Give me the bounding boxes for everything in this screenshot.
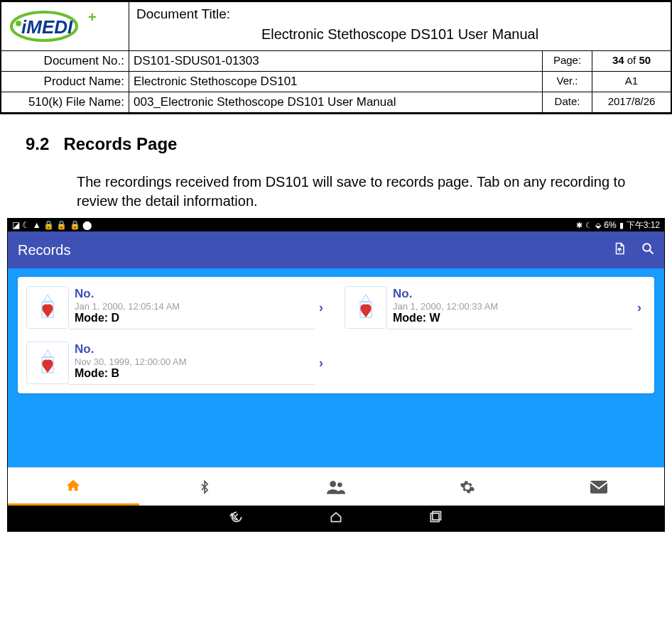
records-area: No. Jan 1, 2000, 12:05:14 AM Mode: D › N…	[8, 268, 664, 467]
app-bar: Records	[8, 231, 664, 268]
doc-title-cell: Document Title: Electronic Stethoscope D…	[129, 2, 671, 50]
docno-label: Document No.:	[1, 51, 129, 71]
date-value: 2017/8/26	[592, 92, 671, 112]
statusbar-time: 下午3:12	[627, 219, 660, 231]
record-mode: Mode: B	[75, 367, 315, 380]
record-mode: Mode: W	[393, 312, 633, 324]
product-label: Product Name:	[1, 72, 129, 92]
nav-back-icon[interactable]	[229, 510, 244, 528]
svg-point-10	[337, 482, 342, 487]
chevron-right-icon[interactable]: ›	[315, 356, 330, 371]
ver-label: Ver.:	[543, 72, 592, 92]
screenshot-wrapper: ◪ ☾ ▲ 🔒 🔒 🔒 ⬤ ✱ ☾ ⬙ 6% ▮ 下午3:12 Records	[0, 218, 672, 539]
bluetooth-icon: ✱	[576, 221, 582, 230]
svg-text:iMEDI: iMEDI	[21, 16, 73, 38]
appbar-title: Records	[18, 242, 70, 258]
document-page: iMEDI + Document Title: Electronic Steth…	[0, 0, 672, 114]
record-thumbnail	[26, 286, 69, 329]
docno-row: Document No.: DS101-SDUS01-01303 Page: 3…	[1, 51, 671, 72]
record-date: Jan 1, 2000, 12:00:33 AM	[393, 301, 633, 312]
svg-text:+: +	[88, 9, 97, 25]
record-body: No. Jan 1, 2000, 12:00:33 AM Mode: W	[387, 285, 633, 329]
record-thumbnail	[345, 286, 387, 329]
section-title: Records Page	[63, 134, 177, 153]
record-no: No.	[75, 342, 315, 356]
section-number: 9.2	[26, 134, 49, 153]
record-mode: Mode: D	[75, 312, 315, 324]
record-body: No. Nov 30, 1999, 12:00:00 AM Mode: B	[69, 341, 315, 385]
header-top-row: iMEDI + Document Title: Electronic Steth…	[1, 2, 671, 51]
battery-percent: 6%	[604, 220, 616, 230]
statusbar-left-icons: ◪ ☾ ▲ 🔒 🔒 🔒 ⬤	[12, 220, 92, 230]
chevron-right-icon[interactable]: ›	[315, 300, 330, 315]
svg-point-1	[16, 21, 21, 26]
imedi-logo: iMEDI +	[9, 6, 122, 46]
page-value: 34 of 50	[592, 51, 671, 71]
bottom-tab-bar	[8, 467, 664, 506]
moon-icon: ☾	[585, 221, 592, 230]
svg-rect-11	[590, 481, 607, 493]
record-no: No.	[393, 287, 633, 301]
nav-home-icon[interactable]	[329, 510, 343, 528]
battery-icon: ▮	[619, 221, 624, 230]
tab-mail[interactable]	[533, 468, 664, 506]
appbar-actions	[613, 242, 654, 258]
tab-settings[interactable]	[401, 468, 533, 506]
doc-title: Electronic Stethoscope DS101 User Manual	[136, 26, 663, 43]
record-date: Jan 1, 2000, 12:05:14 AM	[75, 301, 315, 312]
android-statusbar: ◪ ☾ ▲ 🔒 🔒 🔒 ⬤ ✱ ☾ ⬙ 6% ▮ 下午3:12	[8, 219, 664, 231]
doc-title-label: Document Title:	[136, 6, 663, 22]
tab-bluetooth[interactable]	[139, 468, 271, 506]
search-icon[interactable]	[641, 242, 654, 258]
ver-value: A1	[592, 72, 671, 92]
file-audio-icon[interactable]	[613, 242, 626, 258]
record-thumbnail	[26, 342, 69, 384]
record-body: No. Jan 1, 2000, 12:05:14 AM Mode: D	[69, 285, 315, 329]
section-body: The recordings received from DS101 will …	[26, 173, 646, 211]
section-heading: 9.2Records Page	[26, 134, 646, 154]
android-nav-bar	[8, 506, 664, 531]
app-screenshot: ◪ ☾ ▲ 🔒 🔒 🔒 ⬤ ✱ ☾ ⬙ 6% ▮ 下午3:12 Records	[7, 218, 665, 532]
file-label: 510(k) File Name:	[1, 92, 129, 112]
nav-recent-icon[interactable]	[428, 510, 443, 528]
logo-cell: iMEDI +	[1, 2, 129, 50]
file-value: 003_Electronic Stethoscope DS101 User Ma…	[129, 92, 543, 112]
wifi-icon: ⬙	[595, 221, 601, 230]
product-row: Product Name: Electronic Stethoscope DS1…	[1, 72, 671, 92]
tab-people[interactable]	[271, 468, 402, 506]
svg-point-4	[643, 244, 651, 251]
svg-point-9	[330, 481, 336, 487]
record-item[interactable]: No. Nov 30, 1999, 12:00:00 AM Mode: B ›	[18, 335, 336, 391]
chevron-right-icon[interactable]: ›	[633, 300, 649, 315]
record-item[interactable]: No. Jan 1, 2000, 12:00:33 AM Mode: W ›	[336, 280, 654, 335]
records-card: No. Jan 1, 2000, 12:05:14 AM Mode: D › N…	[18, 277, 654, 393]
product-value: Electronic Stethoscope DS101	[129, 72, 543, 92]
docno-value: DS101-SDUS01-01303	[129, 51, 543, 71]
record-item[interactable]: No. Jan 1, 2000, 12:05:14 AM Mode: D ›	[18, 280, 336, 335]
tab-home[interactable]	[8, 468, 139, 506]
statusbar-right: ✱ ☾ ⬙ 6% ▮ 下午3:12	[576, 219, 660, 231]
svg-line-5	[649, 250, 653, 253]
record-no: No.	[75, 287, 315, 301]
section-content: 9.2Records Page The recordings received …	[0, 114, 672, 218]
date-label: Date:	[543, 92, 592, 112]
record-date: Nov 30, 1999, 12:00:00 AM	[75, 356, 315, 367]
file-row: 510(k) File Name: 003_Electronic Stethos…	[1, 92, 671, 113]
page-label: Page:	[543, 51, 592, 71]
